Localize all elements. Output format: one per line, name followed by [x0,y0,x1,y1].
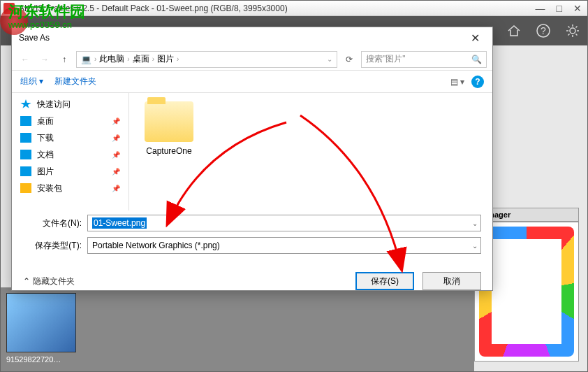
breadcrumb-item[interactable]: 此电脑 [99,53,124,65]
breadcrumb-item[interactable]: 桌面 [133,53,149,65]
chevron-down-icon[interactable]: ⌄ [327,55,332,63]
annotation-arrow-icon [161,119,300,233]
annotation-arrow-icon [293,112,447,282]
chevron-up-icon: ⌃ [23,276,30,286]
dialog-close-button[interactable]: ✕ [465,29,485,48]
nav-back-icon[interactable]: ← [17,52,33,67]
chevron-right-icon: › [177,55,179,63]
dialog-sidebar: 快速访问 桌面📌 下载📌 文档📌 图片📌 安装包📌 [12,93,129,210]
filename-label: 文件名(N): [33,217,82,229]
dialog-toolbar: 组织 ▾ 新建文件夹 ▤ ▾ ? [12,71,492,93]
help-icon[interactable]: ? [534,22,552,40]
filename-value: 01-Sweet.png [92,217,147,229]
desktop-icon [20,116,31,126]
svg-line-7 [568,27,570,28]
main-titlebar: AKVIS Frames v.2.5 - Default Pack - 01-S… [1,1,587,16]
watermark-logo-icon [0,7,28,35]
svg-text:?: ? [541,25,546,36]
sidebar-item-downloads[interactable]: 下载📌 [12,129,128,146]
dialog-nav: ← → ↑ 💻 › 此电脑 › 桌面 › 图片 › ⌄ ⟳ 搜索"图片" 🔍 [12,48,492,71]
pin-icon: 📌 [112,134,120,142]
sidebar-item-label: 快速访问 [37,99,71,110]
document-icon [20,150,31,159]
sidebar-item-label: 文档 [37,149,54,161]
sidebar-item-label: 安装包 [37,183,62,194]
pin-icon: 📌 [112,168,120,176]
filetype-label: 保存类型(T): [33,240,82,252]
search-icon: 🔍 [471,55,482,64]
sidebar-item-quickaccess[interactable]: 快速访问 [12,96,128,113]
minimize-button[interactable]: — [533,3,548,14]
settings-icon[interactable] [564,22,582,40]
new-folder-button[interactable]: 新建文件夹 [54,76,96,87]
chevron-down-icon[interactable]: ⌄ [472,242,478,250]
pin-icon: 📌 [112,117,120,125]
sidebar-item-label: 下载 [37,132,54,144]
dialog-titlebar: Save As ✕ [12,27,492,48]
chevron-right-icon: › [127,55,129,63]
chevron-down-icon[interactable]: ⌄ [472,220,478,227]
home-icon[interactable] [505,22,523,40]
breadcrumb-root-icon: 💻 [81,55,91,64]
sidebar-item-desktop[interactable]: 桌面📌 [12,113,128,129]
filetype-value: Portable Network Graphics (*.png) [92,241,220,250]
window-title: AKVIS Frames v.2.5 - Default Pack - 01-S… [19,3,533,13]
sidebar-item-documents[interactable]: 文档📌 [12,146,128,163]
hide-folders-toggle[interactable]: ⌃ 隐藏文件夹 [23,276,75,287]
sidebar-item-label: 桌面 [37,115,54,127]
maximize-button[interactable]: □ [554,3,565,14]
search-input[interactable]: 搜索"图片" 🔍 [361,51,487,68]
star-icon [20,99,31,109]
nav-forward-icon[interactable]: → [37,52,52,67]
help-icon[interactable]: ? [471,76,484,88]
breadcrumb[interactable]: 💻 › 此电脑 › 桌面 › 图片 › ⌄ [76,51,337,68]
folder-icon [20,183,31,193]
sidebar-item-label: 图片 [37,166,54,178]
pin-icon: 📌 [112,151,120,159]
hide-folders-label: 隐藏文件夹 [33,276,75,287]
svg-line-10 [576,27,578,28]
chevron-right-icon: › [94,55,96,63]
nav-up-icon[interactable]: ↑ [57,52,72,67]
thumbnail-item[interactable]: 91529822720… [6,293,87,366]
picture-icon [20,166,31,176]
thumbnail-image [6,293,76,352]
view-mode-icon[interactable]: ▤ ▾ [450,77,464,87]
svg-line-9 [568,34,570,36]
search-placeholder: 搜索"图片" [366,53,406,65]
refresh-icon[interactable]: ⟳ [341,55,357,64]
chevron-right-icon: › [152,55,154,63]
close-button[interactable]: ✕ [571,3,585,14]
svg-line-8 [576,34,578,36]
download-icon [20,133,31,143]
svg-point-2 [570,28,575,34]
thumbnail-strip: 91529822720… [1,287,474,371]
breadcrumb-item[interactable]: 图片 [157,53,174,65]
dialog-title: Save As [19,33,465,43]
organize-button[interactable]: 组织 ▾ [20,76,43,87]
sidebar-item-installer[interactable]: 安装包📌 [12,180,128,196]
pin-icon: 📌 [112,185,120,192]
thumbnail-label: 91529822720… [6,355,87,364]
sidebar-item-pictures[interactable]: 图片📌 [12,163,128,180]
